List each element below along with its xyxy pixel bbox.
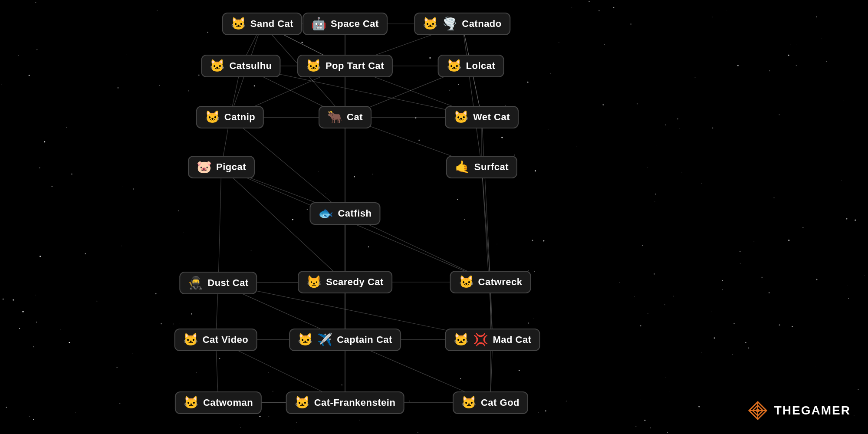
emoji-sand-cat: 🐱 (231, 18, 246, 30)
node-cat-frankenstein[interactable]: 🐱Cat-Frankenstein (286, 391, 404, 414)
node-catnado[interactable]: 🐱🌪️Catnado (414, 13, 510, 35)
label-catsulhu: Catsulhu (229, 60, 272, 72)
node-catnip[interactable]: 🐱Catnip (196, 106, 264, 128)
label-lolcat: Lolcat (466, 60, 496, 72)
label-cat-god: Cat God (481, 397, 519, 408)
node-cat-god[interactable]: 🐱Cat God (453, 391, 528, 414)
emoji-pigcat: 🐷 (197, 161, 212, 173)
emoji-surfcat: 🤙 (455, 161, 470, 173)
label-wet-cat: Wet Cat (473, 112, 510, 123)
emoji-catsulhu: 🐱 (210, 60, 225, 72)
emoji-dust-cat: 🥷 (188, 277, 203, 289)
thegamer-logo: THEGAMER (747, 400, 851, 421)
label-scaredy-cat: Scaredy Cat (326, 276, 384, 288)
node-catwoman[interactable]: 🐱Catwoman (175, 391, 262, 414)
node-mad-cat[interactable]: 🐱💢Mad Cat (445, 329, 540, 351)
emoji-lolcat: 🐱 (447, 60, 462, 72)
node-cat-video[interactable]: 🐱Cat Video (174, 329, 257, 351)
emoji-catwoman: 🐱 (184, 397, 199, 409)
node-wet-cat[interactable]: 🐱Wet Cat (445, 106, 519, 128)
emoji-scaredy-cat: 😾 (306, 276, 322, 288)
emoji-fire: 💢 (473, 334, 488, 346)
emoji-catfish: 🐟 (318, 207, 333, 220)
node-surfcat[interactable]: 🤙Surfcat (446, 156, 517, 178)
emoji-pop-tart-cat: 🐱 (306, 60, 321, 72)
emoji-catnado: 🐱 (423, 18, 438, 30)
emoji-captain-cat: 🐱 (298, 334, 313, 346)
label-catnado: Catnado (462, 18, 502, 30)
node-sand-cat[interactable]: 🐱Sand Cat (222, 13, 302, 35)
node-scaredy-cat[interactable]: 😾Scaredy Cat (298, 271, 392, 293)
label-space-cat: Space Cat (331, 18, 379, 30)
label-sand-cat: Sand Cat (250, 18, 293, 30)
node-catsulhu[interactable]: 🐱Catsulhu (201, 55, 280, 77)
label-catwreck: Catwreck (478, 276, 523, 288)
label-captain-cat: Captain Cat (337, 334, 392, 345)
emoji-wet-cat: 🐱 (454, 111, 469, 123)
node-catwreck[interactable]: 🐱Catwreck (450, 271, 531, 293)
emoji-cat-god: 🐱 (461, 397, 477, 409)
emoji-catnip: 🐱 (205, 111, 220, 123)
node-dust-cat[interactable]: 🥷Dust Cat (179, 272, 257, 294)
label-pop-tart-cat: Pop Tart Cat (326, 60, 384, 72)
thegamer-icon (747, 400, 768, 421)
label-cat-video: Cat Video (203, 334, 249, 345)
label-catwoman: Catwoman (203, 397, 253, 408)
label-cat-frankenstein: Cat-Frankenstein (314, 397, 396, 408)
node-captain-cat[interactable]: 🐱✈️Captain Cat (289, 329, 401, 351)
node-catfish[interactable]: 🐟Catfish (309, 202, 380, 225)
label-cat: Cat (347, 112, 363, 123)
emoji-cat: 🐂 (327, 111, 342, 123)
label-catfish: Catfish (338, 208, 372, 219)
node-pigcat[interactable]: 🐷Pigcat (188, 156, 255, 178)
emoji-space-cat: 🤖 (311, 18, 326, 30)
thegamer-text: THEGAMER (774, 404, 851, 418)
node-space-cat[interactable]: 🤖Space Cat (302, 13, 388, 35)
emoji-cat-frankenstein: 🐱 (295, 397, 310, 409)
emoji-mad-cat: 🐱 (454, 334, 469, 346)
label-pigcat: Pigcat (216, 161, 246, 173)
emoji-plane: ✈️ (317, 334, 332, 346)
node-cat[interactable]: 🐂Cat (319, 106, 372, 128)
emoji-tornado: 🌪️ (442, 18, 457, 30)
label-dust-cat: Dust Cat (207, 277, 248, 289)
node-pop-tart-cat[interactable]: 🐱Pop Tart Cat (297, 55, 393, 77)
label-mad-cat: Mad Cat (493, 334, 531, 345)
label-surfcat: Surfcat (474, 161, 509, 173)
emoji-cat-video: 🐱 (183, 334, 198, 346)
emoji-catwreck: 🐱 (459, 276, 474, 288)
label-catnip: Catnip (224, 112, 255, 123)
node-lolcat[interactable]: 🐱Lolcat (438, 55, 504, 77)
